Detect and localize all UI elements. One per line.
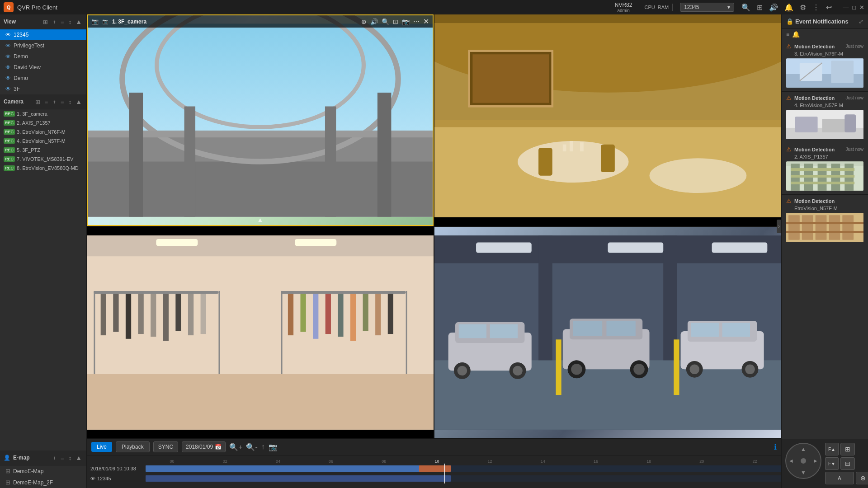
zoom-in-timeline-button[interactable]: 🔍+ (229, 443, 242, 451)
track-2-area[interactable] (146, 474, 781, 483)
ptz-grid-button[interactable]: ⊞ (840, 443, 855, 455)
more-icon[interactable]: ⋮ (812, 3, 820, 12)
camera-item-2[interactable]: REC 2. AXIS_P1357 (0, 118, 86, 127)
view-add-icon[interactable]: + (51, 18, 57, 26)
emap-collapse-icon[interactable]: ▲ (75, 453, 83, 462)
svg-rect-41 (281, 291, 283, 374)
notification-icon[interactable]: 🔔 (784, 3, 793, 12)
camera-item-5[interactable]: REC 5. 3F_PTZ (0, 145, 86, 155)
time-tick-16: 16 (569, 459, 622, 464)
more-options-icon[interactable]: ⋯ (413, 18, 420, 25)
sidebar-item-david-view[interactable]: 👁 David View (0, 62, 86, 73)
notification-item-4[interactable]: ⚠ Motion Detection EtroVision_N57F-M (782, 195, 868, 246)
ptz-fa-button[interactable]: F▲ (825, 443, 839, 455)
camera-grid-icon[interactable]: ⊞ (34, 98, 42, 106)
emap-item-1[interactable]: ⊞ DemoE-Map (0, 465, 86, 477)
camera-item-7[interactable]: REC 7. VIVOTEK_MS8391-EV (0, 155, 86, 164)
app-title: QVR Pro Client (17, 4, 609, 11)
record-icon[interactable]: 📷 (402, 18, 410, 25)
camera-cell-4[interactable] (434, 227, 781, 438)
channel-selector[interactable]: 12345 ▾ (680, 3, 734, 12)
export-button[interactable]: ↑ (261, 443, 265, 451)
notif-4-header: ⚠ Motion Detection (782, 195, 868, 205)
notification-item-2[interactable]: ⚠ Motion Detection Just now 4. EtroVisio… (782, 92, 868, 143)
sidebar-item-12345[interactable]: 👁 12345 (0, 29, 86, 40)
view-collapse-icon[interactable]: ▲ (75, 17, 83, 26)
emap-item-2[interactable]: ⊞ DemoE-Map_2F (0, 477, 86, 488)
camera-filter-icon[interactable]: ≡ (59, 98, 66, 106)
audio-icon[interactable]: 🔊 (370, 18, 378, 25)
camera-add-icon[interactable]: + (51, 98, 57, 106)
view-filter-icon[interactable]: ≡ (59, 18, 66, 26)
sidebar-item-demo2[interactable]: 👁 Demo (0, 73, 86, 84)
ptz-right-button[interactable]: ► (813, 458, 818, 464)
ptz-up-button[interactable]: ▲ (801, 446, 806, 452)
ptz-center[interactable] (801, 458, 806, 464)
close-camera-button[interactable]: ✕ (423, 17, 429, 26)
ptz-minus-button[interactable]: ⊟ (840, 457, 855, 470)
back-icon[interactable]: ↩ (826, 3, 832, 12)
snapshot-icon[interactable]: ⊡ (393, 18, 398, 25)
ptz-fb-button[interactable]: F▼ (825, 457, 839, 470)
minimize-button[interactable]: — (843, 4, 849, 11)
ptz-extra-button[interactable]: ⊕ (856, 472, 868, 484)
notif-4-thumb[interactable] (786, 213, 863, 242)
expand-arrow[interactable]: ▲ (257, 216, 264, 223)
emap-filter-icon[interactable]: ≡ (59, 454, 66, 462)
svg-rect-63 (490, 324, 518, 338)
live-button[interactable]: Live (91, 442, 112, 452)
sync-button[interactable]: SYNC (153, 441, 178, 452)
date-display[interactable]: 2018/01/09 📅 (182, 441, 226, 452)
ptz-text-button[interactable]: A (825, 472, 854, 484)
notification-item-1[interactable]: ⚠ Motion Detection Just now 3. EtroVisio… (782, 40, 868, 92)
camera-item-4[interactable]: REC 4. EtroVision_N57F-M (0, 136, 86, 145)
filter-icon[interactable]: ≡ (786, 31, 789, 38)
layout-icon[interactable]: ⊞ (757, 3, 763, 12)
camera-collapse-icon[interactable]: ▲ (75, 97, 83, 106)
settings-icon[interactable]: ⚙ (800, 3, 806, 12)
camera-cell-3[interactable] (87, 227, 434, 438)
camera-cell-2[interactable] (434, 14, 781, 226)
track-1-area[interactable] (146, 464, 781, 474)
camera-list-icon[interactable]: ≡ (43, 98, 50, 106)
view-sort-icon[interactable]: ↕ (67, 18, 73, 26)
camera-sort-icon[interactable]: ↕ (67, 98, 73, 106)
close-button[interactable]: ✕ (859, 4, 864, 11)
rec-badge: REC (4, 120, 15, 126)
sidebar-item-demo1[interactable]: 👁 Demo (0, 51, 86, 62)
track-bar-highlight (419, 465, 451, 472)
expand-panel-button[interactable]: ⤢ (859, 18, 863, 25)
maximize-button[interactable]: □ (852, 4, 856, 11)
sidebar-item-3f[interactable]: 👁 3F (0, 84, 86, 94)
calendar-icon: 📅 (215, 444, 222, 450)
volume-icon[interactable]: 🔊 (769, 3, 778, 12)
view-item-label: Demo (14, 75, 28, 81)
emap-sort-icon[interactable]: ↕ (67, 454, 73, 462)
camera-item-8[interactable]: REC 8. EtroVision_EV8580Q-MD (0, 164, 86, 173)
zoom-icon[interactable]: 🔍 (382, 18, 389, 25)
notif-2-thumb[interactable] (786, 110, 863, 139)
ptz-circle[interactable]: ▲ ▼ ◄ ► (785, 443, 821, 479)
emap-add-icon[interactable]: + (51, 454, 57, 462)
view-grid-icon[interactable]: ⊞ (42, 18, 49, 26)
time-display-row: 2018/01/09 10:10:38 (87, 464, 781, 474)
svg-rect-24 (87, 374, 434, 430)
grid-collapse-button[interactable]: › (777, 220, 781, 233)
fullscreen-icon[interactable]: ⊕ (361, 18, 367, 25)
time-tick-00: 00 (146, 459, 198, 464)
notif-3-thumb[interactable] (786, 161, 863, 191)
playback-button[interactable]: Playback (116, 441, 150, 452)
camera-item-1[interactable]: REC 1. 3F_camera (0, 109, 86, 118)
snapshot-timeline-button[interactable]: 📷 (269, 443, 278, 451)
notif-1-thumb[interactable] (786, 58, 863, 88)
bell-icon[interactable]: 🔔 (792, 31, 800, 38)
zoom-out-timeline-button[interactable]: 🔍- (246, 443, 257, 451)
ptz-down-button[interactable]: ▼ (801, 469, 806, 476)
search-icon[interactable]: 🔍 (741, 3, 750, 12)
notification-item-3[interactable]: ⚠ Motion Detection Just now 2. AXIS_P135… (782, 143, 868, 195)
camera-item-3[interactable]: REC 3. EtroVision_N76F-M (0, 127, 86, 136)
sidebar-item-privilege-test[interactable]: 👁 PrivilegeTest (0, 40, 86, 51)
camera-list: REC 1. 3F_camera REC 2. AXIS_P1357 REC 3… (0, 109, 86, 173)
camera-cell-1[interactable]: 📷 📷 1. 3F_camera ⊕ 🔊 🔍 ⊡ 📷 ⋯ ✕ ▲ (87, 14, 434, 226)
ptz-left-button[interactable]: ◄ (788, 458, 794, 464)
